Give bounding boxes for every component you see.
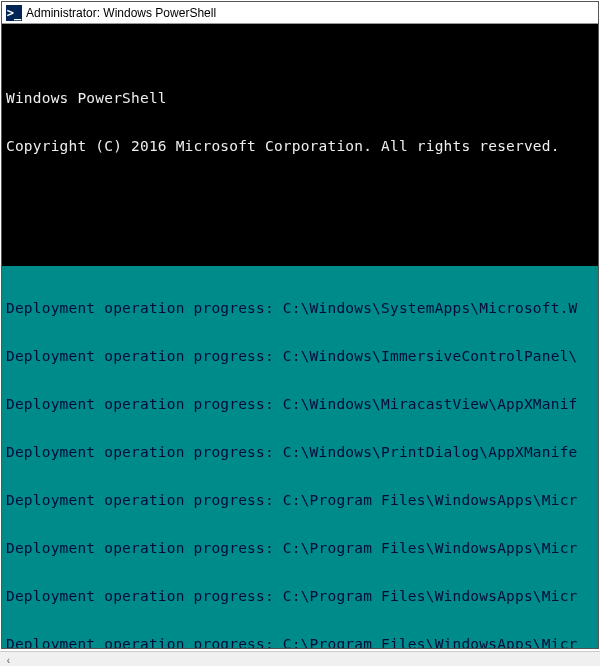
console-area[interactable]: Windows PowerShell Copyright (C) 2016 Mi… [2, 24, 598, 648]
powershell-window: >_ Administrator: Windows PowerShell Win… [1, 1, 599, 649]
scroll-left-arrow-icon[interactable]: ‹ [0, 652, 17, 667]
progress-line: Deployment operation progress: C:\Progra… [6, 636, 594, 648]
progress-line: Deployment operation progress: C:\Progra… [6, 588, 594, 604]
progress-line: Deployment operation progress: C:\Window… [6, 348, 594, 364]
progress-line: Deployment operation progress: C:\Progra… [6, 492, 594, 508]
powershell-icon: >_ [6, 5, 22, 21]
icon-glyph: >_ [7, 6, 21, 20]
console-header: Windows PowerShell Copyright (C) 2016 Mi… [2, 56, 598, 234]
window-title: Administrator: Windows PowerShell [26, 6, 216, 20]
console-output: Windows PowerShell Copyright (C) 2016 Mi… [2, 24, 598, 648]
blank-line [6, 186, 594, 202]
progress-banner: Deployment operation progress: C:\Window… [2, 266, 598, 648]
copyright-line: Copyright (C) 2016 Microsoft Corporation… [6, 138, 594, 154]
horizontal-scrollbar[interactable]: ‹ [0, 651, 600, 666]
progress-line: Deployment operation progress: C:\Window… [6, 444, 594, 460]
header-line: Windows PowerShell [6, 90, 594, 106]
progress-line: Deployment operation progress: C:\Window… [6, 300, 594, 316]
titlebar[interactable]: >_ Administrator: Windows PowerShell [2, 2, 598, 24]
progress-line: Deployment operation progress: C:\Progra… [6, 540, 594, 556]
progress-line: Deployment operation progress: C:\Window… [6, 396, 594, 412]
